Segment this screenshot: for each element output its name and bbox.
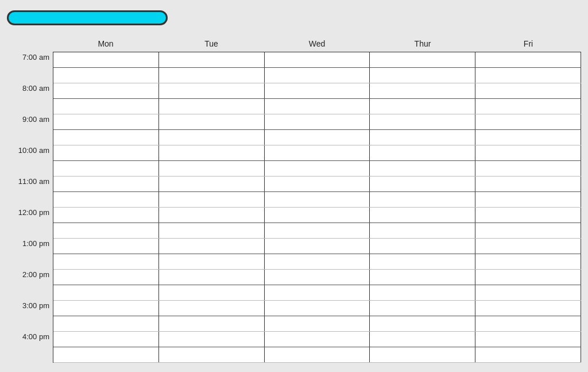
grid-cell[interactable] xyxy=(475,177,581,191)
grid-cell[interactable] xyxy=(475,208,581,223)
grid-cell[interactable] xyxy=(475,285,581,300)
grid-cell[interactable] xyxy=(370,52,475,67)
grid-cell[interactable] xyxy=(370,270,475,285)
grid-cell[interactable] xyxy=(265,99,370,114)
grid-cell[interactable] xyxy=(53,254,159,269)
grid-cell[interactable] xyxy=(265,239,370,254)
grid-cell[interactable] xyxy=(475,114,581,129)
grid-cell[interactable] xyxy=(159,130,265,145)
grid-cell[interactable] xyxy=(159,301,265,316)
grid-cell[interactable] xyxy=(265,161,370,176)
grid-cell[interactable] xyxy=(370,208,475,223)
grid-cell[interactable] xyxy=(370,254,475,269)
grid-cell[interactable] xyxy=(265,208,370,223)
grid-cell[interactable] xyxy=(53,68,159,83)
grid-cell[interactable] xyxy=(475,83,581,98)
grid-cell[interactable] xyxy=(370,316,475,331)
grid-cell[interactable] xyxy=(370,347,475,362)
grid-cell[interactable] xyxy=(475,99,581,114)
grid-cell[interactable] xyxy=(159,114,265,129)
grid-cell[interactable] xyxy=(265,347,370,362)
grid-cell[interactable] xyxy=(53,239,159,254)
grid-cell[interactable] xyxy=(53,145,159,160)
grid-cell[interactable] xyxy=(53,114,159,129)
grid-cell[interactable] xyxy=(159,208,265,223)
grid-cell[interactable] xyxy=(159,254,265,269)
grid-cell[interactable] xyxy=(159,83,265,98)
grid-cell[interactable] xyxy=(159,223,265,238)
grid-cell[interactable] xyxy=(370,332,475,347)
grid-cell[interactable] xyxy=(370,130,475,145)
grid-cell[interactable] xyxy=(475,223,581,238)
grid-cell[interactable] xyxy=(53,316,159,331)
grid-cell[interactable] xyxy=(370,239,475,254)
grid-cell[interactable] xyxy=(159,316,265,331)
grid-cell[interactable] xyxy=(265,223,370,238)
grid-cell[interactable] xyxy=(265,145,370,160)
grid-cell[interactable] xyxy=(53,208,159,223)
grid-cell[interactable] xyxy=(370,99,475,114)
grid-cell[interactable] xyxy=(159,270,265,285)
grid-cell[interactable] xyxy=(265,83,370,98)
grid-cell[interactable] xyxy=(53,52,159,67)
grid-cell[interactable] xyxy=(53,192,159,207)
grid-cell[interactable] xyxy=(265,285,370,300)
grid-cell[interactable] xyxy=(53,83,159,98)
grid-cell[interactable] xyxy=(265,316,370,331)
grid-cell[interactable] xyxy=(159,192,265,207)
grid-cell[interactable] xyxy=(53,177,159,191)
grid-cell[interactable] xyxy=(53,301,159,316)
grid-cell[interactable] xyxy=(370,301,475,316)
grid-cell[interactable] xyxy=(53,99,159,114)
grid-cell[interactable] xyxy=(159,177,265,191)
grid-cell[interactable] xyxy=(265,254,370,269)
grid-cell[interactable] xyxy=(265,130,370,145)
title-badge[interactable] xyxy=(7,10,168,25)
grid-cell[interactable] xyxy=(53,347,159,362)
grid-cell[interactable] xyxy=(265,192,370,207)
grid-cell[interactable] xyxy=(265,68,370,83)
grid-cell[interactable] xyxy=(265,301,370,316)
grid-cell[interactable] xyxy=(370,68,475,83)
grid-cell[interactable] xyxy=(53,130,159,145)
grid-cell[interactable] xyxy=(53,223,159,238)
grid-cell[interactable] xyxy=(475,145,581,160)
grid-cell[interactable] xyxy=(475,332,581,347)
grid-cell[interactable] xyxy=(475,239,581,254)
grid-cell[interactable] xyxy=(370,145,475,160)
grid-cell[interactable] xyxy=(159,239,265,254)
grid-cell[interactable] xyxy=(265,270,370,285)
grid-cell[interactable] xyxy=(265,114,370,129)
grid-cell[interactable] xyxy=(53,285,159,300)
grid-cell[interactable] xyxy=(475,52,581,67)
grid-cell[interactable] xyxy=(475,161,581,176)
grid-cell[interactable] xyxy=(159,347,265,362)
grid-cell[interactable] xyxy=(475,192,581,207)
grid-cell[interactable] xyxy=(370,114,475,129)
grid-cell[interactable] xyxy=(53,270,159,285)
grid-cell[interactable] xyxy=(475,316,581,331)
grid-cell[interactable] xyxy=(53,161,159,176)
grid-cell[interactable] xyxy=(370,83,475,98)
grid-cell[interactable] xyxy=(265,332,370,347)
grid-cell[interactable] xyxy=(475,347,581,362)
grid-cell[interactable] xyxy=(265,177,370,191)
grid-cell[interactable] xyxy=(159,52,265,67)
grid-cell[interactable] xyxy=(53,332,159,347)
grid-cell[interactable] xyxy=(370,177,475,191)
grid-cell[interactable] xyxy=(159,332,265,347)
grid-cell[interactable] xyxy=(475,68,581,83)
grid-cell[interactable] xyxy=(159,99,265,114)
grid-cell[interactable] xyxy=(159,145,265,160)
grid-cell[interactable] xyxy=(370,192,475,207)
grid-cell[interactable] xyxy=(475,254,581,269)
grid-cell[interactable] xyxy=(370,285,475,300)
grid-cell[interactable] xyxy=(475,130,581,145)
grid-cell[interactable] xyxy=(159,68,265,83)
grid-cell[interactable] xyxy=(159,161,265,176)
grid-cell[interactable] xyxy=(370,161,475,176)
grid-cell[interactable] xyxy=(475,301,581,316)
grid-cell[interactable] xyxy=(370,223,475,238)
grid-cell[interactable] xyxy=(159,285,265,300)
grid-cell[interactable] xyxy=(265,52,370,67)
